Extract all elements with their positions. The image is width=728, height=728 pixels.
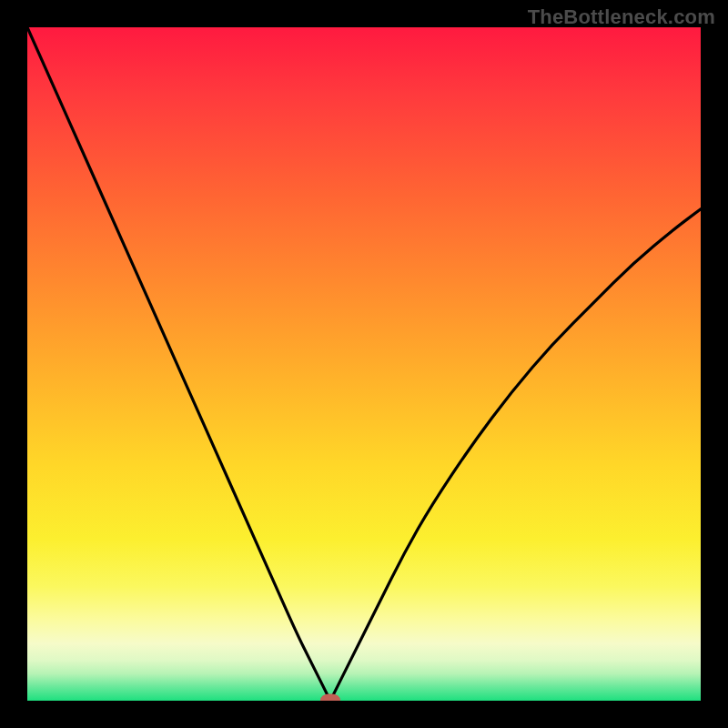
bottleneck-curve	[27, 27, 701, 701]
minimum-marker	[320, 694, 340, 702]
plot-area	[27, 27, 701, 701]
chart-frame: TheBottleneck.com	[0, 0, 728, 728]
watermark-text: TheBottleneck.com	[528, 5, 715, 29]
